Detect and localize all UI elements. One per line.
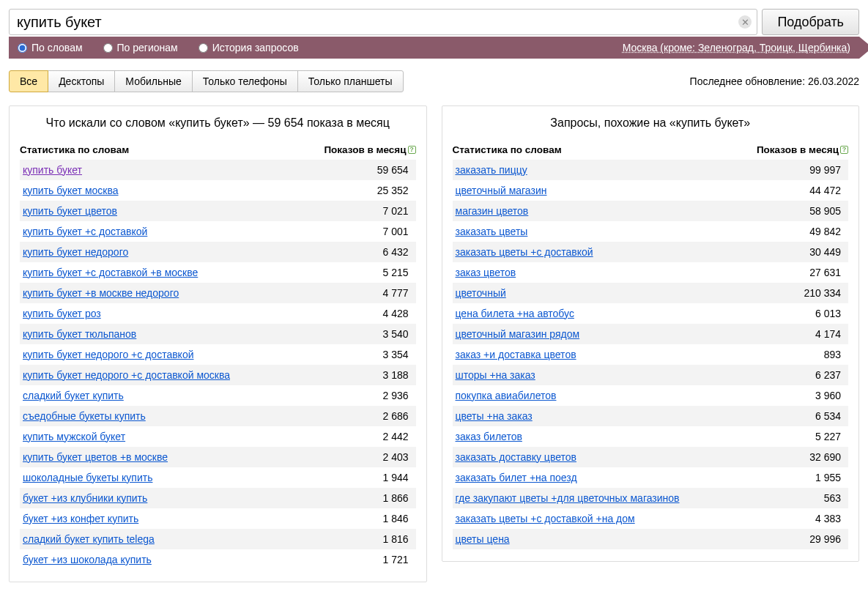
query-link[interactable]: цветы +на заказ — [456, 410, 533, 422]
impressions-value: 3 960 — [815, 390, 845, 401]
query-link[interactable]: купить букет +с доставкой +в москве — [23, 267, 198, 278]
table-row: купить букет цветов +в москве2 403 — [20, 447, 416, 467]
query-link[interactable]: съедобные букеты купить — [23, 410, 146, 422]
query-link[interactable]: купить букет — [23, 164, 82, 176]
mode-label: По словам — [31, 42, 83, 53]
table-row: купить букет тюльпанов3 540 — [20, 324, 416, 344]
col-header-impressions: Показов в месяц — [757, 144, 839, 155]
impressions-value: 6 534 — [815, 410, 845, 422]
help-icon[interactable]: ? — [840, 146, 848, 154]
query-link[interactable]: купить букет недорого +с доставкой москв… — [23, 369, 230, 381]
impressions-value: 6 432 — [382, 246, 412, 258]
query-link[interactable]: букет +из клубники купить — [23, 492, 147, 504]
mode-history[interactable]: История запросов — [199, 42, 299, 53]
query-link[interactable]: купить букет +с доставкой — [23, 226, 147, 237]
tab-desktop[interactable]: Десктопы — [48, 70, 115, 92]
query-link[interactable]: сладкий букет купить — [23, 390, 124, 401]
impressions-value: 5 215 — [382, 267, 412, 278]
query-link[interactable]: заказать билет +на поезд — [456, 472, 577, 483]
tab-phones[interactable]: Только телефоны — [192, 70, 298, 92]
query-link[interactable]: цветы цена — [456, 533, 510, 545]
table-row: букет +из клубники купить1 866 — [20, 488, 416, 508]
query-link[interactable]: заказать цветы — [456, 226, 528, 237]
query-link[interactable]: заказ +и доставка цветов — [456, 349, 576, 360]
impressions-value: 6 237 — [815, 369, 845, 381]
mode-by-regions[interactable]: По регионам — [103, 42, 178, 53]
query-link[interactable]: купить букет цветов — [23, 205, 117, 217]
right-panel: Запросы, похожие на «купить букет» Стати… — [442, 105, 860, 562]
table-row: шторы +на заказ6 237 — [453, 365, 849, 385]
query-link[interactable]: букет +из конфет купить — [23, 513, 138, 524]
table-row: купить букет недорого6 432 — [20, 242, 416, 262]
table-row: сладкий букет купить telega1 816 — [20, 529, 416, 549]
table-row: цветочный магазин44 472 — [453, 180, 849, 201]
query-link[interactable]: цветочный магазин рядом — [456, 328, 580, 340]
impressions-value: 563 — [824, 492, 845, 504]
col-header-impressions: Показов в месяц — [324, 144, 406, 155]
last-updated-label: Последнее обновление: 26.03.2022 — [690, 75, 859, 87]
table-row: купить букет цветов7 021 — [20, 201, 416, 221]
impressions-value: 25 352 — [377, 185, 413, 196]
table-row: заказать цветы49 842 — [453, 221, 849, 242]
impressions-value: 2 403 — [382, 451, 412, 463]
col-header-queries: Статистика по словам — [20, 144, 129, 155]
query-link[interactable]: заказать доставку цветов — [456, 451, 576, 463]
impressions-value: 2 442 — [382, 431, 412, 442]
tab-mobile[interactable]: Мобильные — [114, 70, 193, 92]
table-row: покупка авиабилетов3 960 — [453, 385, 849, 406]
impressions-value: 27 631 — [809, 267, 845, 278]
query-link[interactable]: заказ цветов — [456, 267, 516, 278]
query-link[interactable]: заказ билетов — [456, 431, 522, 442]
table-row: купить букет59 654 — [20, 160, 416, 180]
query-link[interactable]: купить букет москва — [23, 185, 119, 196]
impressions-value: 893 — [824, 349, 845, 360]
impressions-value: 99 997 — [809, 164, 845, 176]
table-row: съедобные букеты купить2 686 — [20, 406, 416, 426]
query-link[interactable]: купить букет роз — [23, 308, 101, 319]
region-selector[interactable]: Москва (кроме: Зеленоград, Троицк, Щерби… — [623, 42, 850, 53]
impressions-value: 3 188 — [382, 369, 412, 381]
query-link[interactable]: купить букет цветов +в москве — [23, 451, 168, 463]
query-link[interactable]: купить мужской букет — [23, 431, 125, 442]
query-link[interactable]: цветочный — [456, 287, 506, 299]
query-link[interactable]: заказать пиццу — [456, 164, 527, 176]
query-link[interactable]: заказать цветы +с доставкой — [456, 246, 593, 258]
table-row: цветочный магазин рядом4 174 — [453, 324, 849, 344]
table-row: купить букет недорого +с доставкой3 354 — [20, 344, 416, 365]
impressions-value: 1 846 — [382, 513, 412, 524]
impressions-value: 1 816 — [382, 533, 412, 545]
mode-by-words[interactable]: По словам — [18, 42, 83, 53]
query-link[interactable]: цветочный магазин — [456, 185, 547, 196]
query-link[interactable]: купить букет +в москве недорого — [23, 287, 179, 299]
query-link[interactable]: купить букет недорого +с доставкой — [23, 349, 194, 360]
query-link[interactable]: купить букет недорого — [23, 246, 128, 258]
query-link[interactable]: цена билета +на автобус — [456, 308, 574, 319]
table-row: сладкий букет купить2 936 — [20, 385, 416, 406]
query-link[interactable]: заказать цветы +с доставкой +на дом — [456, 513, 635, 524]
help-icon[interactable]: ? — [408, 146, 416, 154]
table-row: заказ +и доставка цветов893 — [453, 344, 849, 365]
query-link[interactable]: шторы +на заказ — [456, 369, 535, 381]
impressions-value: 49 842 — [809, 226, 845, 237]
table-row: цветы +на заказ6 534 — [453, 406, 849, 426]
submit-button[interactable]: Подобрать — [762, 9, 859, 35]
table-row: магазин цветов58 905 — [453, 201, 849, 221]
query-link[interactable]: купить букет тюльпанов — [23, 328, 136, 340]
table-row: купить букет +с доставкой +в москве5 215 — [20, 262, 416, 283]
tab-tablets[interactable]: Только планшеты — [297, 70, 404, 92]
table-row: заказать билет +на поезд1 955 — [453, 467, 849, 488]
table-row: купить букет +в москве недорого4 777 — [20, 283, 416, 303]
left-panel-title: Что искали со словом «купить букет» — 59… — [20, 115, 416, 131]
query-link[interactable]: магазин цветов — [456, 205, 529, 217]
clear-icon[interactable]: ✕ — [738, 15, 752, 29]
query-link[interactable]: покупка авиабилетов — [456, 390, 557, 401]
query-link[interactable]: шоколадные букеты купить — [23, 472, 152, 483]
mode-label: По регионам — [117, 42, 178, 53]
query-link[interactable]: сладкий букет купить telega — [23, 533, 155, 545]
query-link[interactable]: где закупают цветы +для цветочных магази… — [456, 492, 680, 504]
right-panel-title: Запросы, похожие на «купить букет» — [453, 115, 849, 131]
query-link[interactable]: букет +из шоколада купить — [23, 554, 152, 565]
left-panel: Что искали со словом «купить букет» — 59… — [9, 105, 427, 582]
search-input[interactable] — [9, 9, 757, 35]
tab-all[interactable]: Все — [9, 70, 48, 92]
